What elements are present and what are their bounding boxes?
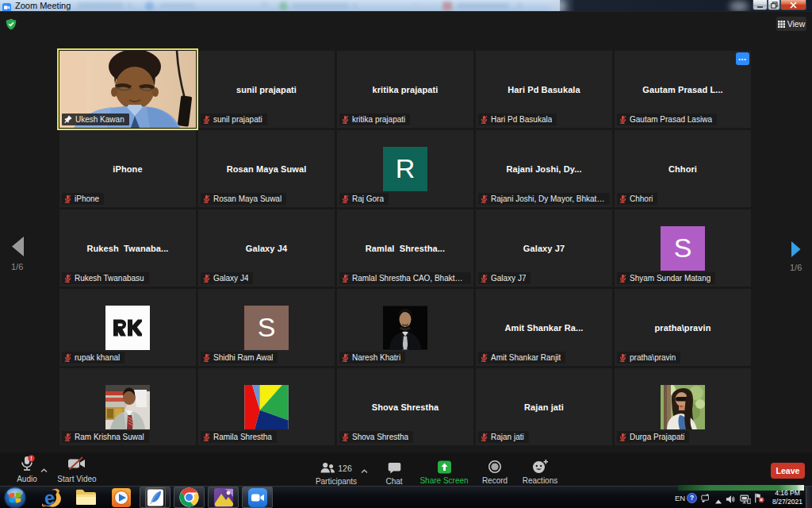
svg-text:?: ? — [690, 494, 694, 502]
svg-text:!: ! — [30, 456, 32, 461]
